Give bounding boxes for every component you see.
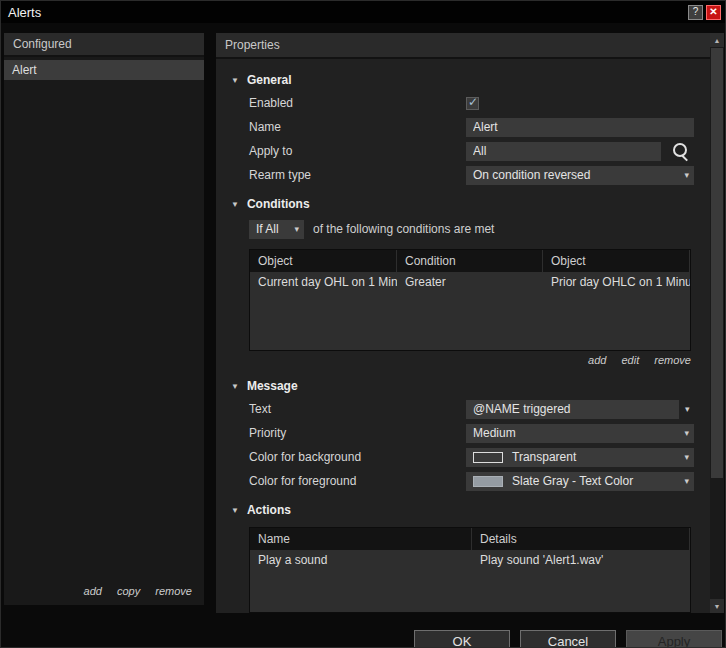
scroll-down-icon[interactable]: ▼ <box>710 599 724 613</box>
name-row: Name <box>216 115 711 139</box>
remove-condition-link[interactable]: remove <box>654 354 691 366</box>
condition-object2: Prior day OHLC on 1 Minu <box>543 272 690 292</box>
action-details: Play sound 'Alert1.wav' <box>472 550 690 570</box>
message-text-value: @NAME triggered <box>473 402 571 416</box>
column-header[interactable]: Name <box>250 528 472 550</box>
foreground-color-row: Color for foreground Slate Gray - Text C… <box>216 469 711 493</box>
background-color-label: Color for background <box>249 450 466 464</box>
collapse-triangle-icon: ▼ <box>231 76 239 85</box>
ok-button[interactable]: OK <box>414 630 510 648</box>
background-color-row: Color for background Transparent ▾ <box>216 445 711 469</box>
priority-label: Priority <box>249 426 466 440</box>
chevron-down-icon: ▾ <box>684 476 689 486</box>
rearm-type-row: Rearm type On condition reversed ▾ <box>216 163 711 187</box>
condition-match-row: If All ▾ of the following conditions are… <box>216 215 711 243</box>
message-text-row: Text @NAME triggered ▾ <box>216 397 711 421</box>
section-general-label: General <box>247 73 292 87</box>
scrollbar[interactable]: ▲ ▼ <box>710 33 724 613</box>
actions-table: Name Details Play a sound Play sound 'Al… <box>249 527 691 613</box>
apply-to-input[interactable] <box>466 142 661 161</box>
chevron-down-icon[interactable]: ▾ <box>685 404 690 414</box>
section-actions[interactable]: ▼ Actions <box>216 499 711 521</box>
section-message-label: Message <box>247 379 298 393</box>
column-header[interactable]: Object <box>543 250 690 272</box>
remove-alert-link[interactable]: remove <box>155 585 192 597</box>
close-button[interactable]: ✕ <box>706 5 721 20</box>
chevron-down-icon: ▾ <box>684 170 689 180</box>
chevron-down-icon: ▾ <box>684 428 689 438</box>
properties-content: ▼ General Enabled ✓ Name Apply to Rearm … <box>216 59 711 613</box>
help-button[interactable]: ? <box>688 5 703 20</box>
properties-panel: Properties ▼ General Enabled ✓ Name Appl… <box>216 33 711 613</box>
section-message[interactable]: ▼ Message <box>216 375 711 397</box>
foreground-color-value: Slate Gray - Text Color <box>512 474 633 488</box>
copy-alert-link[interactable]: copy <box>117 585 140 597</box>
section-general[interactable]: ▼ General <box>216 69 711 91</box>
add-condition-link[interactable]: add <box>588 354 606 366</box>
cancel-button[interactable]: Cancel <box>520 630 616 648</box>
chevron-down-icon: ▾ <box>294 224 299 234</box>
conditions-table: Object Condition Object Current day OHL … <box>249 249 691 351</box>
message-text-combo[interactable]: @NAME triggered <box>466 400 679 419</box>
enabled-checkbox[interactable]: ✓ <box>466 97 479 110</box>
window-title: Alerts <box>8 5 685 20</box>
search-icon[interactable] <box>669 141 691 161</box>
titlebar[interactable]: Alerts ? ✕ <box>1 1 725 23</box>
condition-object1: Current day OHL on 1 Min <box>250 272 397 292</box>
collapse-triangle-icon: ▼ <box>231 382 239 391</box>
configured-links: add copy remove <box>72 585 192 597</box>
scroll-thumb[interactable] <box>711 48 723 478</box>
add-alert-link[interactable]: add <box>84 585 102 597</box>
configured-panel: Configured Alert add copy remove <box>4 33 204 605</box>
priority-value: Medium <box>473 426 516 440</box>
action-name: Play a sound <box>250 550 472 570</box>
condition-operator: Greater <box>397 272 543 292</box>
enabled-row: Enabled ✓ <box>216 91 711 115</box>
action-row[interactable]: Play a sound Play sound 'Alert1.wav' <box>250 550 690 570</box>
priority-select[interactable]: Medium ▾ <box>466 424 694 443</box>
chevron-down-icon: ▾ <box>684 452 689 462</box>
configured-header: Configured <box>4 33 204 57</box>
conditions-table-body: Current day OHL on 1 Min Greater Prior d… <box>250 272 690 350</box>
section-actions-label: Actions <box>247 503 291 517</box>
rearm-type-value: On condition reversed <box>473 168 590 182</box>
section-conditions[interactable]: ▼ Conditions <box>216 193 711 215</box>
match-mode-caption: of the following conditions are met <box>313 222 494 236</box>
conditions-table-header: Object Condition Object <box>250 250 690 272</box>
list-item[interactable]: Alert <box>4 60 204 80</box>
column-header[interactable]: Condition <box>397 250 543 272</box>
properties-header: Properties <box>216 33 711 59</box>
checkmark-icon: ✓ <box>468 95 478 109</box>
name-input[interactable] <box>466 118 694 137</box>
enabled-label: Enabled <box>249 96 466 110</box>
actions-table-header: Name Details <box>250 528 690 550</box>
name-label: Name <box>249 120 466 134</box>
apply-to-row: Apply to <box>216 139 711 163</box>
match-mode-value: If All <box>256 222 279 236</box>
background-color-value: Transparent <box>512 450 576 464</box>
collapse-triangle-icon: ▼ <box>231 200 239 209</box>
foreground-color-label: Color for foreground <box>249 474 466 488</box>
edit-condition-link[interactable]: edit <box>622 354 640 366</box>
rearm-type-select[interactable]: On condition reversed ▾ <box>466 166 694 185</box>
column-header[interactable]: Details <box>472 528 690 550</box>
apply-button[interactable]: Apply <box>626 630 722 648</box>
slate-gray-swatch-icon <box>473 476 503 487</box>
scroll-up-icon[interactable]: ▲ <box>710 33 724 47</box>
foreground-color-select[interactable]: Slate Gray - Text Color ▾ <box>466 472 694 491</box>
background-color-select[interactable]: Transparent ▾ <box>466 448 694 467</box>
message-text-label: Text <box>249 402 466 416</box>
apply-to-label: Apply to <box>249 144 466 158</box>
conditions-links: add edit remove <box>249 351 691 369</box>
actions-table-body: Play a sound Play sound 'Alert1.wav' <box>250 550 690 612</box>
transparent-swatch-icon <box>473 452 503 463</box>
column-header[interactable]: Object <box>250 250 397 272</box>
collapse-triangle-icon: ▼ <box>231 506 239 515</box>
condition-row[interactable]: Current day OHL on 1 Min Greater Prior d… <box>250 272 690 292</box>
section-conditions-label: Conditions <box>247 197 310 211</box>
rearm-type-label: Rearm type <box>249 168 466 182</box>
priority-row: Priority Medium ▾ <box>216 421 711 445</box>
match-mode-select[interactable]: If All ▾ <box>249 220 304 239</box>
alerts-dialog: Alerts ? ✕ Configured Alert add copy rem… <box>0 0 726 648</box>
